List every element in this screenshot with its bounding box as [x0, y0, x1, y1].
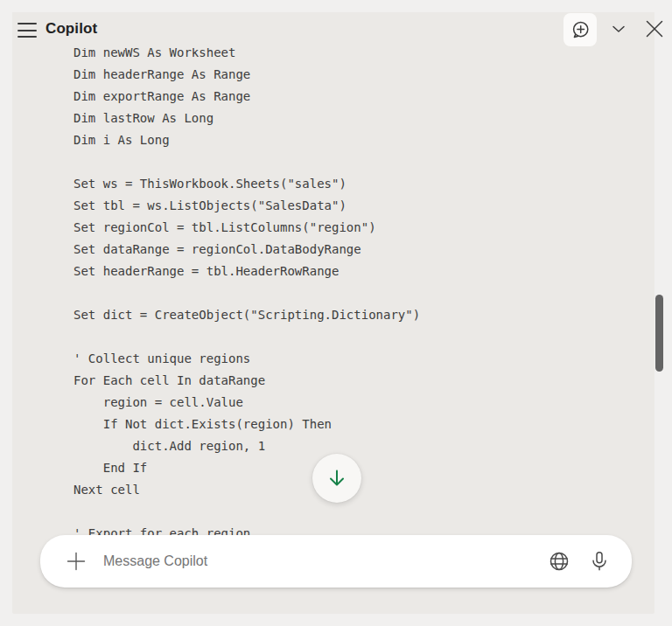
globe-icon: [548, 550, 570, 573]
arrow-down-icon: [325, 466, 349, 490]
message-composer: [40, 535, 632, 588]
message-input[interactable]: [103, 553, 544, 569]
new-chat-button[interactable]: [564, 13, 597, 46]
web-search-button[interactable]: [544, 546, 574, 576]
menu-button[interactable]: [18, 23, 37, 38]
scrollbar-thumb[interactable]: [655, 295, 663, 372]
mic-icon: [588, 550, 611, 573]
pane-title: Copilot: [46, 20, 97, 38]
plus-icon: [66, 551, 87, 572]
code-block: Dim newWS As Worksheet Dim headerRange A…: [74, 47, 420, 545]
collapse-button[interactable]: [606, 17, 631, 41]
scroll-to-bottom-button[interactable]: [312, 454, 361, 503]
pane-header: Copilot: [12, 12, 654, 48]
close-icon: [644, 18, 665, 39]
close-button[interactable]: [640, 15, 668, 43]
chat-message-area: Dim newWS As Worksheet Dim headerRange A…: [12, 47, 648, 614]
chevron-down-icon: [610, 20, 627, 38]
add-content-button[interactable]: [61, 546, 91, 576]
dictate-button[interactable]: [584, 546, 614, 576]
new-chat-icon: [570, 19, 592, 41]
hamburger-icon: [18, 23, 37, 24]
